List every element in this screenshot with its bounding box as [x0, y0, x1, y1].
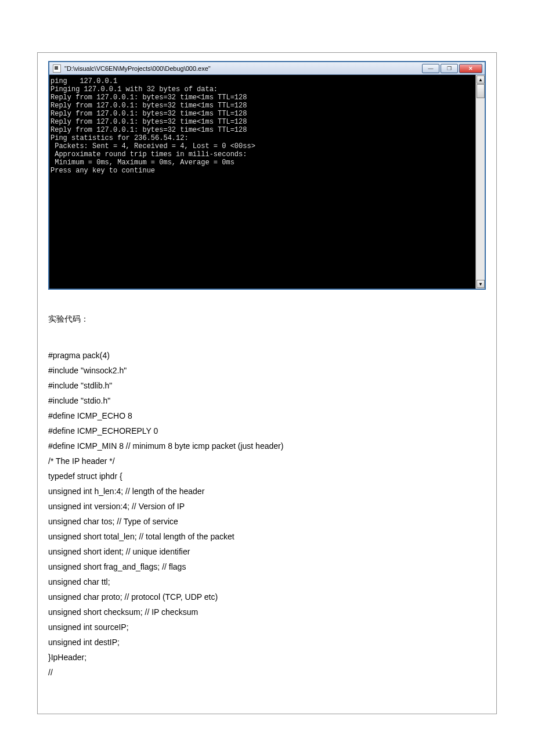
- window-title: "D:\visualc\VC6EN\MyProjects\000\Debug\0…: [64, 65, 211, 72]
- scroll-up-icon[interactable]: ▲: [477, 75, 485, 84]
- scroll-thumb[interactable]: [477, 84, 485, 98]
- code-line: #define ICMP_MIN 8 // minimum 8 byte icm…: [48, 438, 486, 453]
- title-buttons: — ❐ ✕: [421, 64, 482, 73]
- code-line: unsigned char ttl;: [48, 574, 486, 589]
- console-window: "D:\visualc\VC6EN\MyProjects\000\Debug\0…: [48, 61, 486, 290]
- code-line: //: [48, 665, 486, 680]
- app-icon: [53, 64, 61, 73]
- code-line: #define ICMP_ECHO 8: [48, 408, 486, 423]
- minimize-button[interactable]: —: [422, 64, 439, 73]
- maximize-button[interactable]: ❐: [441, 64, 458, 73]
- title-left: "D:\visualc\VC6EN\MyProjects\000\Debug\0…: [53, 64, 211, 73]
- code-line: unsigned int sourceIP;: [48, 620, 486, 635]
- code-line: unsigned int h_len:4; // length of the h…: [48, 484, 486, 499]
- section-heading: 实验代码：: [48, 314, 486, 325]
- code-line: unsigned char proto; // protocol (TCP, U…: [48, 589, 486, 604]
- console-output: ping 127.0.0.1 Pinging 127.0.0.1 with 32…: [49, 75, 475, 289]
- code-line: unsigned int version:4; // Version of IP: [48, 499, 486, 514]
- title-bar: "D:\visualc\VC6EN\MyProjects\000\Debug\0…: [49, 62, 485, 75]
- close-button[interactable]: ✕: [459, 64, 482, 73]
- code-line: typedef struct iphdr {: [48, 469, 486, 484]
- code-line: #include "winsock2.h": [48, 363, 486, 378]
- code-line: #include "stdlib.h": [48, 378, 486, 393]
- code-line: unsigned short frag_and_flags; // flags: [48, 559, 486, 574]
- page-container: "D:\visualc\VC6EN\MyProjects\000\Debug\0…: [37, 52, 497, 714]
- scroll-track[interactable]: [476, 99, 485, 279]
- code-line: unsigned short ident; // unique identifi…: [48, 544, 486, 559]
- scrollbar[interactable]: ▲ ▼: [475, 75, 485, 289]
- code-line: #define ICMP_ECHOREPLY 0: [48, 423, 486, 438]
- code-line: }IpHeader;: [48, 650, 486, 665]
- code-line: unsigned int destIP;: [48, 635, 486, 650]
- code-line: #include "stdio.h": [48, 393, 486, 408]
- code-line: unsigned short total_len; // total lengt…: [48, 529, 486, 544]
- scroll-down-icon[interactable]: ▼: [477, 280, 485, 288]
- code-line: unsigned char tos; // Type of service: [48, 514, 486, 529]
- code-line: #pragma pack(4): [48, 348, 486, 363]
- code-line: unsigned short checksum; // IP checksum: [48, 604, 486, 620]
- console-body: ping 127.0.0.1 Pinging 127.0.0.1 with 32…: [49, 75, 485, 289]
- code-line: /* The IP header */: [48, 453, 486, 469]
- code-block: #pragma pack(4)#include "winsock2.h"#inc…: [48, 348, 486, 680]
